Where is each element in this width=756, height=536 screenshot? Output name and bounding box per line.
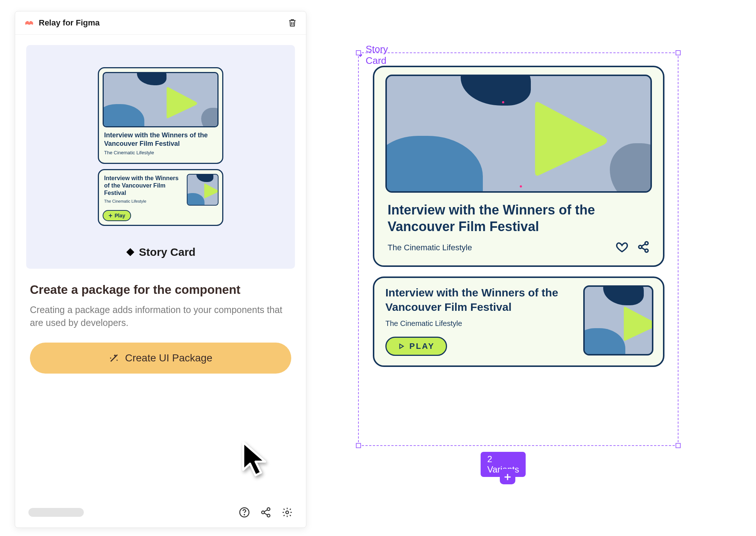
like-button[interactable] [616, 241, 628, 254]
story-card-variant-small[interactable]: Interview with the Winners of the Vancou… [373, 276, 664, 367]
trash-icon[interactable] [288, 18, 297, 28]
share-icon [637, 241, 650, 253]
footer-placeholder [28, 508, 84, 517]
add-variant-button[interactable]: ＋ [500, 469, 515, 484]
resize-handle[interactable] [676, 50, 681, 55]
panel-title: Relay for Figma [39, 18, 283, 28]
panel-footer [15, 499, 306, 528]
play-pill: + Play [103, 210, 131, 221]
component-preview-area: Interview with the Winners of the Vancou… [26, 45, 295, 269]
resize-handle[interactable] [356, 443, 361, 448]
constraint-indicator-icon [520, 185, 522, 188]
play-button[interactable]: PLAY [385, 337, 447, 356]
story-card-variant-large[interactable]: Interview with the Winners of the Vancou… [373, 66, 664, 267]
story-card-thumbnail-small [583, 285, 653, 355]
play-icon [201, 181, 219, 200]
story-card-title: Interview with the Winners of the Vancou… [388, 202, 650, 235]
component-name-label: Story Card [126, 246, 195, 258]
constraint-indicator-icon [502, 101, 504, 103]
preview-card-subtitle: The Cinematic Lifestyle [104, 199, 182, 203]
play-icon [159, 82, 203, 123]
share-button[interactable] [637, 241, 650, 254]
play-icon [616, 302, 653, 346]
preview-thumbnail [103, 72, 219, 127]
create-ui-package-button[interactable]: Create UI Package [30, 343, 291, 374]
component-icon [126, 247, 135, 257]
heart-icon [616, 241, 628, 253]
panel-header: Relay for Figma [15, 11, 306, 35]
preview-card-title: Interview with the Winners of the Vancou… [104, 175, 182, 197]
preview-card-subtitle: The Cinematic Lifestyle [104, 150, 217, 155]
mouse-cursor-icon [240, 441, 274, 478]
description-title: Create a package for the component [30, 283, 291, 297]
relay-plugin-panel: Relay for Figma Interview with the Winne… [15, 11, 306, 528]
preview-thumbnail-small [187, 174, 219, 206]
relay-logo-icon [24, 19, 34, 27]
story-card-subtitle: The Cinematic Lifestyle [385, 319, 574, 328]
preview-card-large: Interview with the Winners of the Vancou… [98, 67, 223, 164]
story-card-title: Interview with the Winners of the Vancou… [385, 285, 574, 314]
gear-icon[interactable] [282, 507, 293, 518]
description-block: Create a package for the component Creat… [15, 269, 306, 333]
resize-handle[interactable] [356, 50, 361, 55]
story-card-subtitle: The Cinematic Lifestyle [388, 243, 607, 252]
play-outline-icon [398, 343, 405, 350]
description-text: Creating a package adds information to y… [30, 303, 291, 329]
story-card-thumbnail [385, 75, 652, 193]
preview-card-small: Interview with the Winners of the Vancou… [98, 169, 223, 226]
preview-card-title: Interview with the Winners of the Vancou… [104, 131, 217, 148]
wand-icon [109, 353, 119, 363]
play-icon [516, 91, 623, 187]
share-icon[interactable] [260, 507, 271, 518]
resize-handle[interactable] [676, 443, 681, 448]
help-icon[interactable] [239, 507, 250, 518]
